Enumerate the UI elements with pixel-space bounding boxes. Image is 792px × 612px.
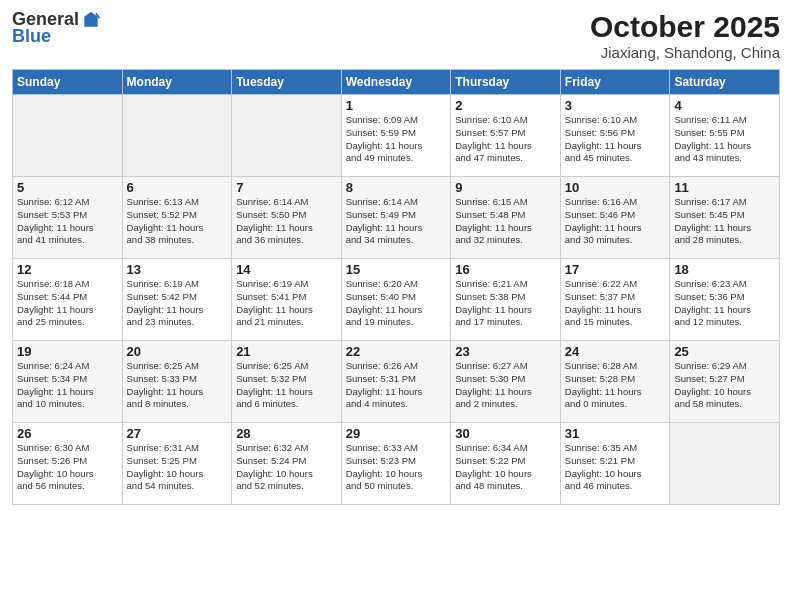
table-row: 19Sunrise: 6:24 AM Sunset: 5:34 PM Dayli… — [13, 341, 123, 423]
day-info: Sunrise: 6:18 AM Sunset: 5:44 PM Dayligh… — [17, 278, 118, 329]
day-info: Sunrise: 6:14 AM Sunset: 5:49 PM Dayligh… — [346, 196, 447, 247]
day-info: Sunrise: 6:10 AM Sunset: 5:56 PM Dayligh… — [565, 114, 666, 165]
table-row — [670, 423, 780, 505]
header-tuesday: Tuesday — [232, 70, 342, 95]
day-number: 26 — [17, 426, 118, 441]
calendar-week-row: 12Sunrise: 6:18 AM Sunset: 5:44 PM Dayli… — [13, 259, 780, 341]
table-row: 27Sunrise: 6:31 AM Sunset: 5:25 PM Dayli… — [122, 423, 232, 505]
day-number: 14 — [236, 262, 337, 277]
table-row: 6Sunrise: 6:13 AM Sunset: 5:52 PM Daylig… — [122, 177, 232, 259]
day-info: Sunrise: 6:19 AM Sunset: 5:42 PM Dayligh… — [127, 278, 228, 329]
day-number: 15 — [346, 262, 447, 277]
table-row: 28Sunrise: 6:32 AM Sunset: 5:24 PM Dayli… — [232, 423, 342, 505]
day-number: 27 — [127, 426, 228, 441]
table-row: 5Sunrise: 6:12 AM Sunset: 5:53 PM Daylig… — [13, 177, 123, 259]
header-thursday: Thursday — [451, 70, 561, 95]
day-info: Sunrise: 6:16 AM Sunset: 5:46 PM Dayligh… — [565, 196, 666, 247]
day-number: 8 — [346, 180, 447, 195]
table-row: 12Sunrise: 6:18 AM Sunset: 5:44 PM Dayli… — [13, 259, 123, 341]
day-info: Sunrise: 6:27 AM Sunset: 5:30 PM Dayligh… — [455, 360, 556, 411]
table-row: 29Sunrise: 6:33 AM Sunset: 5:23 PM Dayli… — [341, 423, 451, 505]
day-info: Sunrise: 6:11 AM Sunset: 5:55 PM Dayligh… — [674, 114, 775, 165]
table-row — [232, 95, 342, 177]
table-row: 2Sunrise: 6:10 AM Sunset: 5:57 PM Daylig… — [451, 95, 561, 177]
day-info: Sunrise: 6:32 AM Sunset: 5:24 PM Dayligh… — [236, 442, 337, 493]
table-row: 16Sunrise: 6:21 AM Sunset: 5:38 PM Dayli… — [451, 259, 561, 341]
day-info: Sunrise: 6:13 AM Sunset: 5:52 PM Dayligh… — [127, 196, 228, 247]
day-info: Sunrise: 6:19 AM Sunset: 5:41 PM Dayligh… — [236, 278, 337, 329]
day-info: Sunrise: 6:24 AM Sunset: 5:34 PM Dayligh… — [17, 360, 118, 411]
month-title: October 2025 — [590, 10, 780, 44]
day-info: Sunrise: 6:34 AM Sunset: 5:22 PM Dayligh… — [455, 442, 556, 493]
weekday-header-row: Sunday Monday Tuesday Wednesday Thursday… — [13, 70, 780, 95]
day-number: 11 — [674, 180, 775, 195]
day-info: Sunrise: 6:14 AM Sunset: 5:50 PM Dayligh… — [236, 196, 337, 247]
day-number: 30 — [455, 426, 556, 441]
calendar-week-row: 1Sunrise: 6:09 AM Sunset: 5:59 PM Daylig… — [13, 95, 780, 177]
day-number: 22 — [346, 344, 447, 359]
table-row: 24Sunrise: 6:28 AM Sunset: 5:28 PM Dayli… — [560, 341, 670, 423]
table-row: 21Sunrise: 6:25 AM Sunset: 5:32 PM Dayli… — [232, 341, 342, 423]
table-row: 20Sunrise: 6:25 AM Sunset: 5:33 PM Dayli… — [122, 341, 232, 423]
table-row: 18Sunrise: 6:23 AM Sunset: 5:36 PM Dayli… — [670, 259, 780, 341]
day-info: Sunrise: 6:26 AM Sunset: 5:31 PM Dayligh… — [346, 360, 447, 411]
header: General Blue October 2025 Jiaxiang, Shan… — [12, 10, 780, 61]
day-number: 1 — [346, 98, 447, 113]
logo-icon — [81, 10, 101, 30]
day-info: Sunrise: 6:35 AM Sunset: 5:21 PM Dayligh… — [565, 442, 666, 493]
day-number: 28 — [236, 426, 337, 441]
day-number: 3 — [565, 98, 666, 113]
table-row — [122, 95, 232, 177]
day-info: Sunrise: 6:10 AM Sunset: 5:57 PM Dayligh… — [455, 114, 556, 165]
day-number: 23 — [455, 344, 556, 359]
day-info: Sunrise: 6:29 AM Sunset: 5:27 PM Dayligh… — [674, 360, 775, 411]
table-row: 26Sunrise: 6:30 AM Sunset: 5:26 PM Dayli… — [13, 423, 123, 505]
day-number: 9 — [455, 180, 556, 195]
day-number: 16 — [455, 262, 556, 277]
calendar-week-row: 5Sunrise: 6:12 AM Sunset: 5:53 PM Daylig… — [13, 177, 780, 259]
day-number: 5 — [17, 180, 118, 195]
day-info: Sunrise: 6:20 AM Sunset: 5:40 PM Dayligh… — [346, 278, 447, 329]
day-number: 20 — [127, 344, 228, 359]
table-row: 10Sunrise: 6:16 AM Sunset: 5:46 PM Dayli… — [560, 177, 670, 259]
day-number: 2 — [455, 98, 556, 113]
calendar: Sunday Monday Tuesday Wednesday Thursday… — [12, 69, 780, 505]
table-row: 1Sunrise: 6:09 AM Sunset: 5:59 PM Daylig… — [341, 95, 451, 177]
header-monday: Monday — [122, 70, 232, 95]
table-row: 22Sunrise: 6:26 AM Sunset: 5:31 PM Dayli… — [341, 341, 451, 423]
table-row: 23Sunrise: 6:27 AM Sunset: 5:30 PM Dayli… — [451, 341, 561, 423]
table-row: 25Sunrise: 6:29 AM Sunset: 5:27 PM Dayli… — [670, 341, 780, 423]
table-row: 8Sunrise: 6:14 AM Sunset: 5:49 PM Daylig… — [341, 177, 451, 259]
page-container: General Blue October 2025 Jiaxiang, Shan… — [0, 0, 792, 612]
header-wednesday: Wednesday — [341, 70, 451, 95]
day-number: 13 — [127, 262, 228, 277]
day-number: 17 — [565, 262, 666, 277]
day-info: Sunrise: 6:30 AM Sunset: 5:26 PM Dayligh… — [17, 442, 118, 493]
day-number: 6 — [127, 180, 228, 195]
day-number: 19 — [17, 344, 118, 359]
calendar-week-row: 19Sunrise: 6:24 AM Sunset: 5:34 PM Dayli… — [13, 341, 780, 423]
table-row: 9Sunrise: 6:15 AM Sunset: 5:48 PM Daylig… — [451, 177, 561, 259]
table-row: 15Sunrise: 6:20 AM Sunset: 5:40 PM Dayli… — [341, 259, 451, 341]
day-info: Sunrise: 6:17 AM Sunset: 5:45 PM Dayligh… — [674, 196, 775, 247]
day-info: Sunrise: 6:09 AM Sunset: 5:59 PM Dayligh… — [346, 114, 447, 165]
table-row: 17Sunrise: 6:22 AM Sunset: 5:37 PM Dayli… — [560, 259, 670, 341]
day-number: 12 — [17, 262, 118, 277]
header-saturday: Saturday — [670, 70, 780, 95]
day-number: 24 — [565, 344, 666, 359]
day-info: Sunrise: 6:25 AM Sunset: 5:32 PM Dayligh… — [236, 360, 337, 411]
day-info: Sunrise: 6:28 AM Sunset: 5:28 PM Dayligh… — [565, 360, 666, 411]
table-row: 13Sunrise: 6:19 AM Sunset: 5:42 PM Dayli… — [122, 259, 232, 341]
day-info: Sunrise: 6:23 AM Sunset: 5:36 PM Dayligh… — [674, 278, 775, 329]
day-info: Sunrise: 6:25 AM Sunset: 5:33 PM Dayligh… — [127, 360, 228, 411]
day-info: Sunrise: 6:33 AM Sunset: 5:23 PM Dayligh… — [346, 442, 447, 493]
table-row: 11Sunrise: 6:17 AM Sunset: 5:45 PM Dayli… — [670, 177, 780, 259]
day-info: Sunrise: 6:15 AM Sunset: 5:48 PM Dayligh… — [455, 196, 556, 247]
header-sunday: Sunday — [13, 70, 123, 95]
table-row: 31Sunrise: 6:35 AM Sunset: 5:21 PM Dayli… — [560, 423, 670, 505]
table-row: 4Sunrise: 6:11 AM Sunset: 5:55 PM Daylig… — [670, 95, 780, 177]
logo: General Blue — [12, 10, 101, 47]
location: Jiaxiang, Shandong, China — [590, 44, 780, 61]
day-number: 31 — [565, 426, 666, 441]
day-number: 21 — [236, 344, 337, 359]
